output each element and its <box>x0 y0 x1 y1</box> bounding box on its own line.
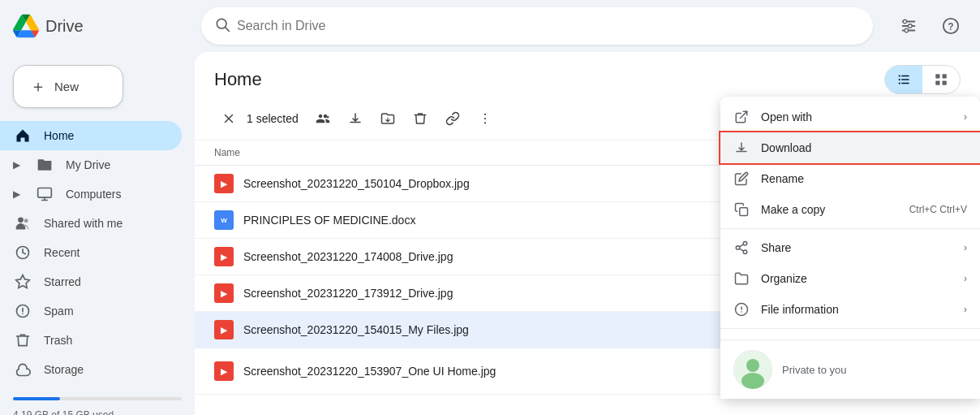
menu-item-make-copy[interactable]: Make a copy Ctrl+C Ctrl+V <box>720 194 980 225</box>
sidebar-item-starred[interactable]: Starred <box>0 267 182 296</box>
menu-arrow-icon: › <box>964 111 967 123</box>
menu-make-copy-label: Make a copy <box>761 203 898 216</box>
menu-item-download[interactable]: Download <box>720 132 980 163</box>
svg-marker-14 <box>16 275 30 288</box>
help-icon[interactable]: ? <box>935 10 967 42</box>
menu-arrow-icon: › <box>964 273 967 284</box>
download-toolbar-button[interactable] <box>341 104 370 133</box>
organize-icon <box>733 271 750 286</box>
trash-icon <box>13 332 32 348</box>
menu-item-organize[interactable]: Organize › <box>720 263 980 294</box>
move-to-folder-button[interactable] <box>373 104 402 133</box>
menu-organize-label: Organize <box>761 272 952 285</box>
new-button-label: New <box>54 80 79 93</box>
sidebar-item-starred-label: Starred <box>44 275 81 288</box>
svg-line-30 <box>741 111 747 118</box>
menu-divider <box>720 328 980 329</box>
new-button[interactable]: ＋ New <box>13 65 123 108</box>
arrow-icon: ▶ <box>13 188 20 200</box>
close-selection-button[interactable] <box>214 104 243 133</box>
download-menu-icon <box>733 140 750 155</box>
delete-button[interactable] <box>406 104 435 133</box>
menu-rename-label: Rename <box>761 172 967 185</box>
sidebar-item-storage[interactable]: Storage <box>0 355 182 384</box>
menu-open-with-label: Open with <box>761 110 952 123</box>
sidebar-item-home[interactable]: Home <box>0 121 182 150</box>
sidebar-item-computers[interactable]: ▶ Computers <box>0 179 182 209</box>
header-right: ? <box>892 10 967 42</box>
menu-item-open-with[interactable]: Open with › <box>720 102 980 132</box>
menu-arrow-icon: › <box>964 304 967 315</box>
selected-count: 1 selected <box>247 112 299 125</box>
sidebar-item-my-drive-label: My Drive <box>66 158 110 171</box>
people-icon <box>13 215 32 231</box>
menu-item-file-info[interactable]: File information › <box>720 294 980 325</box>
copy-icon <box>733 202 750 217</box>
svg-point-7 <box>905 28 909 32</box>
context-menu: Open with › Download Rename Make a c <box>720 97 980 399</box>
rename-icon <box>733 171 750 186</box>
main-layout: ＋ New Home ▶ My Drive ▶ Computers <box>0 52 980 415</box>
share-icon <box>733 240 750 255</box>
sidebar-item-shared-label: Shared with me <box>44 217 122 230</box>
name-column-header: Name <box>214 147 240 158</box>
storage-bar-fill <box>13 397 60 400</box>
avatar <box>733 350 772 389</box>
add-person-button[interactable] <box>308 104 337 133</box>
search-bar[interactable] <box>201 7 873 45</box>
svg-point-6 <box>909 24 913 28</box>
clock-icon <box>13 244 32 261</box>
sidebar-item-shared[interactable]: Shared with me <box>0 209 182 238</box>
menu-share-label: Share <box>761 241 952 254</box>
svg-point-27 <box>484 114 486 115</box>
content-area: Home 1 selected <box>195 52 980 415</box>
plus-icon: ＋ <box>30 76 46 97</box>
sidebar-item-recent-label: Recent <box>44 246 80 259</box>
svg-point-17 <box>22 313 24 315</box>
svg-point-29 <box>484 122 486 123</box>
svg-point-34 <box>743 250 747 254</box>
svg-line-35 <box>739 249 743 251</box>
more-toolbar-button[interactable] <box>471 104 500 133</box>
settings-icon[interactable] <box>892 10 925 42</box>
view-toggle <box>884 65 961 94</box>
sidebar-item-trash[interactable]: Trash <box>0 326 182 355</box>
sidebar-item-home-label: Home <box>44 129 74 142</box>
list-view-button[interactable] <box>885 66 922 93</box>
sidebar-item-my-drive[interactable]: ▶ My Drive <box>0 150 182 179</box>
sidebar-item-spam[interactable]: Spam <box>0 296 182 326</box>
svg-point-11 <box>18 218 24 223</box>
link-button[interactable] <box>438 104 467 133</box>
storage-section: 4.19 GB of 15 GB used <box>0 384 195 415</box>
file-icon-image: ▶ <box>214 283 234 303</box>
arrow-icon: ▶ <box>13 159 20 171</box>
svg-point-33 <box>736 246 740 250</box>
grid-view-button[interactable] <box>922 66 960 93</box>
content-header: Home <box>195 52 980 101</box>
app-title: Drive <box>45 17 84 36</box>
monitor-icon <box>35 186 54 202</box>
svg-point-41 <box>746 359 759 372</box>
sidebar: ＋ New Home ▶ My Drive ▶ Computers <box>0 52 195 415</box>
svg-point-28 <box>484 118 486 119</box>
search-input[interactable] <box>237 19 860 33</box>
menu-item-rename[interactable]: Rename <box>720 163 980 194</box>
make-copy-shortcut: Ctrl+C Ctrl+V <box>909 204 967 215</box>
sidebar-item-storage-label: Storage <box>44 363 84 376</box>
svg-point-42 <box>741 373 764 389</box>
bottom-panel: Private to you <box>720 339 980 399</box>
file-icon-image: ▶ <box>214 174 234 193</box>
svg-rect-23 <box>935 81 939 85</box>
menu-item-share[interactable]: Share › <box>720 232 980 263</box>
home-icon <box>13 128 32 144</box>
sidebar-item-spam-label: Spam <box>44 305 74 318</box>
storage-bar-bg <box>13 397 182 400</box>
info-icon <box>733 302 750 317</box>
svg-point-20 <box>899 82 900 84</box>
sidebar-item-recent[interactable]: Recent <box>0 238 182 267</box>
storage-text: 4.19 GB of 15 GB used <box>13 409 114 415</box>
star-icon <box>13 274 32 290</box>
search-icon <box>214 16 230 37</box>
page-title: Home <box>214 69 875 90</box>
svg-point-12 <box>24 218 28 223</box>
